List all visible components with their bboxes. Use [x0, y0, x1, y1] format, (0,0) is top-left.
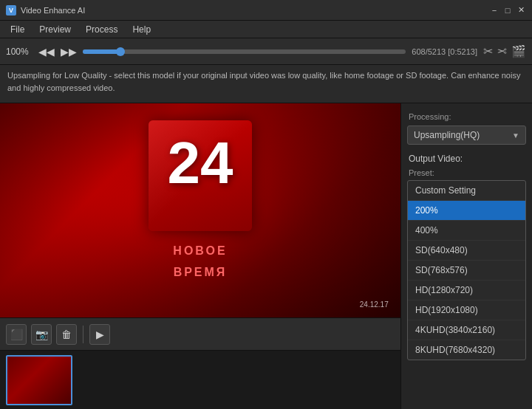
preset-list: Custom Setting200%400%SD(640x480)SD(768x…	[407, 180, 526, 360]
model-dropdown[interactable]: Upsampling(HQ) ▼	[407, 126, 526, 145]
toolbar: 100% ◀◀ ▶▶ 608/5213 [0:5213] ✂ ✂ 🎬	[0, 38, 532, 65]
left-section: 24 НОВОЕ ВРЕМЯ 24.12.17 ⬛ 📷 🗑 ▶	[0, 103, 400, 409]
maximize-button[interactable]: □	[502, 5, 513, 16]
menu-file[interactable]: File	[3, 23, 32, 36]
thumbnail-item[interactable]	[6, 355, 72, 405]
menu-preview[interactable]: Preview	[32, 23, 78, 36]
right-panel: Processing: Upsampling(HQ) ▼ Output Vide…	[400, 103, 532, 409]
progress-thumb	[116, 47, 125, 56]
delete-button[interactable]: 🗑	[56, 324, 77, 345]
frame-info: 608/5213 [0:5213]	[412, 47, 477, 56]
content-wrapper: Upsampling for Low Quality - select this…	[0, 65, 532, 409]
video-text-vremya: ВРЕМЯ	[174, 266, 228, 279]
middle-section: 24 НОВОЕ ВРЕМЯ 24.12.17 ⬛ 📷 🗑 ▶	[0, 103, 532, 409]
video-text-novoe: НОВОЕ	[173, 244, 227, 258]
description-bar: Upsampling for Low Quality - select this…	[0, 65, 532, 103]
preset-item-1[interactable]: 200%	[408, 201, 525, 221]
video-area: 24 НОВОЕ ВРЕМЯ 24.12.17	[0, 103, 400, 317]
record-icon[interactable]: 🎬	[511, 44, 526, 58]
screen-record-button[interactable]: ⬛	[6, 324, 27, 345]
camera-button[interactable]: 📷	[31, 324, 52, 345]
thumbnail-strip	[0, 350, 400, 409]
dropdown-arrow-icon: ▼	[512, 131, 519, 140]
preset-item-6[interactable]: HD(1920x1080)	[408, 300, 525, 320]
thumbnail-preview	[7, 357, 71, 404]
preset-label: Preset:	[401, 167, 532, 180]
output-video-label: Output Video:	[401, 148, 532, 167]
preset-item-8[interactable]: 8KUHD(7680x4320)	[408, 340, 525, 360]
video-placeholder: 24 НОВОЕ ВРЕМЯ 24.12.17	[0, 103, 400, 317]
close-button[interactable]: ✕	[516, 5, 526, 16]
preset-item-3[interactable]: SD(640x480)	[408, 241, 525, 261]
preset-item-7[interactable]: 4KUHD(3840x2160)	[408, 320, 525, 340]
minimize-button[interactable]: −	[489, 5, 499, 16]
preset-item-0[interactable]: Custom Setting	[408, 181, 525, 201]
processing-label: Processing:	[401, 109, 532, 123]
preset-item-5[interactable]: HD(1280x720)	[408, 281, 525, 300]
video-number: 24	[168, 129, 233, 197]
bottom-controls: ⬛ 📷 🗑 ▶	[0, 317, 400, 350]
model-name: Upsampling(HQ)	[414, 130, 480, 140]
preset-item-2[interactable]: 400%	[408, 221, 525, 241]
app-icon: V	[6, 5, 16, 16]
scissors-icon[interactable]: ✂	[483, 44, 493, 58]
titlebar: V Video Enhance AI − □ ✕	[0, 0, 532, 21]
toolbar-icons: ✂ ✂ 🎬	[483, 44, 526, 58]
progress-fill	[83, 49, 120, 54]
play-button[interactable]: ▶	[89, 324, 110, 345]
preset-item-4[interactable]: SD(768x576)	[408, 261, 525, 281]
description-text: Upsampling for Low Quality - select this…	[7, 71, 520, 92]
menubar: File Preview Process Help	[0, 21, 532, 38]
menu-help[interactable]: Help	[125, 23, 158, 36]
zoom-level: 100%	[6, 47, 33, 57]
divider	[83, 326, 83, 343]
menu-process[interactable]: Process	[78, 23, 125, 36]
window-title: Video Enhance AI	[21, 6, 489, 15]
timeline-scrubber[interactable]	[83, 49, 406, 54]
video-corner-text: 24.12.17	[360, 300, 389, 309]
next-frame-button[interactable]: ▶▶	[61, 44, 77, 60]
prev-frame-button[interactable]: ◀◀	[38, 44, 55, 60]
window-controls: − □ ✕	[489, 5, 526, 16]
cut-icon[interactable]: ✂	[497, 44, 507, 58]
